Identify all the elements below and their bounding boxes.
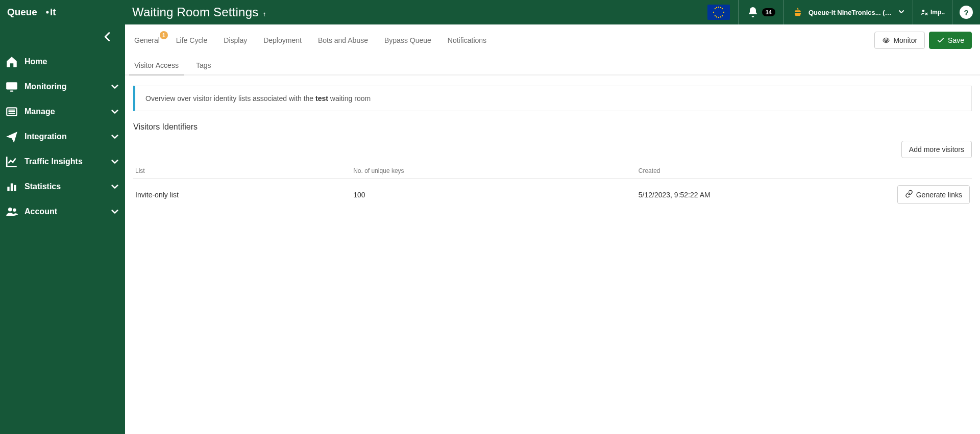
svg-text:it: it — [50, 7, 56, 17]
monitor-button[interactable]: Monitor — [874, 32, 925, 49]
subtab-tags[interactable]: Tags — [195, 58, 212, 74]
chevron-down-icon — [111, 208, 119, 216]
visitors-table-body: Invite-only list1005/12/2023, 9:52:22 AM… — [133, 179, 972, 211]
tenant-switcher[interactable]: Queue-it NineTronics... (nin... — [784, 0, 913, 24]
subtab-label: Visitor Access — [134, 61, 179, 69]
svg-rect-9 — [7, 187, 9, 191]
notifications-count: 14 — [762, 8, 775, 16]
svg-point-14 — [718, 7, 719, 8]
svg-point-17 — [723, 12, 724, 13]
sidebar-item-label: Statistics — [24, 182, 111, 191]
user-x-icon — [920, 8, 928, 16]
tenant-name: Queue-it NineTronics... (nin... — [808, 9, 892, 16]
impersonate-label: Imp.. — [930, 9, 945, 16]
help-button[interactable]: ? — [952, 0, 980, 24]
sidebar-item-home[interactable]: Home — [0, 49, 125, 74]
sidebar-item-label: Home — [24, 57, 119, 66]
svg-point-25 — [720, 16, 721, 17]
save-button[interactable]: Save — [929, 32, 972, 49]
topbar: Waiting Room Settings t — [125, 0, 980, 24]
bell-icon — [747, 6, 759, 18]
svg-rect-11 — [14, 185, 16, 191]
check-icon — [937, 36, 945, 44]
sidebar-item-account[interactable]: Account — [0, 199, 125, 224]
sidebar-item-label: Account — [24, 207, 111, 216]
tab-deployment[interactable]: Deployment — [262, 33, 303, 47]
svg-rect-10 — [11, 183, 13, 191]
bars-icon — [5, 180, 18, 193]
chevron-down-icon — [111, 83, 119, 91]
generate-links-button[interactable]: Generate links — [897, 185, 970, 204]
sidebar-item-label: Monitoring — [24, 82, 111, 91]
subtab-visitor-access[interactable]: Visitor Access — [133, 58, 180, 74]
svg-point-26 — [922, 10, 925, 12]
tab-label: Deployment — [263, 36, 302, 44]
send-icon — [5, 130, 18, 143]
sidebar-item-integration[interactable]: Integration — [0, 124, 125, 149]
notifications-button[interactable]: 14 — [739, 0, 783, 24]
svg-point-16 — [713, 12, 714, 13]
save-label: Save — [948, 36, 964, 44]
tab-bots-and-abuse[interactable]: Bots and Abuse — [317, 33, 369, 47]
sidebar-item-label: Traffic Insights — [24, 157, 111, 166]
svg-text:Queue: Queue — [7, 7, 37, 17]
sidebar-item-monitoring[interactable]: Monitoring — [0, 74, 125, 99]
add-more-visitors-label: Add more visitors — [909, 145, 964, 154]
info-callout: Overview over visitor identity lists ass… — [133, 86, 972, 111]
column-keys: No. of unique keys — [351, 163, 636, 179]
sidebar-item-label: Manage — [24, 107, 111, 116]
sidebar-item-manage[interactable]: Manage — [0, 99, 125, 124]
tab-display[interactable]: Display — [223, 33, 248, 47]
svg-point-27 — [886, 40, 887, 41]
sidebar-collapse-button[interactable] — [0, 24, 125, 49]
add-more-visitors-button[interactable]: Add more visitors — [901, 141, 972, 158]
svg-point-1 — [46, 11, 48, 13]
eu-flag-icon — [707, 5, 730, 20]
info-prefix: Overview over visitor identity lists ass… — [145, 94, 315, 103]
info-suffix: waiting room — [328, 94, 371, 103]
svg-point-19 — [722, 8, 723, 9]
visitors-table: List No. of unique keys Created Invite-o… — [133, 163, 972, 210]
brand-logo[interactable]: Queue it — [0, 0, 125, 24]
chevron-down-icon — [111, 108, 119, 116]
list-icon — [5, 105, 18, 118]
column-list: List — [133, 163, 351, 179]
main-area: Waiting Room Settings t — [125, 0, 980, 434]
impersonate-button[interactable]: Imp.. — [913, 0, 952, 24]
svg-point-13 — [13, 208, 16, 212]
chevron-down-icon — [111, 133, 119, 141]
svg-rect-3 — [6, 82, 17, 89]
chevron-down-icon — [111, 158, 119, 166]
tab-general[interactable]: General1 — [133, 33, 161, 47]
sidebar-nav: HomeMonitoringManageIntegrationTraffic I… — [0, 49, 125, 224]
region-flag[interactable] — [699, 0, 738, 24]
sidebar-item-statistics[interactable]: Statistics — [0, 174, 125, 199]
cell-keys: 100 — [351, 179, 636, 211]
cell-list-name: Invite-only list — [133, 179, 351, 211]
tab-life-cycle[interactable]: Life Cycle — [175, 33, 208, 47]
generate-links-label: Generate links — [916, 191, 962, 199]
tab-label: Display — [224, 36, 247, 44]
link-icon — [905, 190, 913, 199]
sidebar-item-traffic-insights[interactable]: Traffic Insights — [0, 149, 125, 174]
column-created: Created — [636, 163, 871, 179]
tenant-icon — [792, 7, 803, 18]
tab-badge: 1 — [160, 31, 168, 39]
monitor-icon — [5, 80, 18, 93]
tab-label: Notifications — [448, 36, 486, 44]
svg-point-21 — [722, 15, 723, 16]
svg-point-20 — [715, 15, 716, 16]
page-title: Waiting Room Settings — [132, 5, 258, 19]
svg-point-23 — [720, 7, 721, 8]
home-icon — [5, 55, 18, 68]
svg-point-12 — [8, 207, 12, 211]
tab-notifications[interactable]: Notifications — [447, 33, 487, 47]
svg-point-18 — [715, 8, 716, 9]
primary-tabs: General1Life CycleDisplayDeploymentBots … — [133, 33, 487, 47]
eye-icon — [882, 36, 890, 44]
sidebar-item-label: Integration — [24, 132, 111, 141]
svg-point-22 — [716, 7, 717, 8]
content-area: General1Life CycleDisplayDeploymentBots … — [125, 24, 980, 434]
tab-bypass-queue[interactable]: Bypass Queue — [383, 33, 432, 47]
table-row: Invite-only list1005/12/2023, 9:52:22 AM… — [133, 179, 972, 211]
